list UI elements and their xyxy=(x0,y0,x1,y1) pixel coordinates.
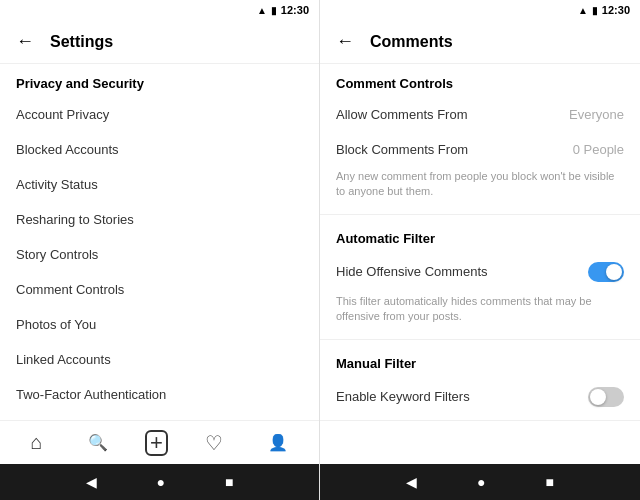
allow-comments-row[interactable]: Allow Comments From Everyone xyxy=(320,97,640,132)
right-signal-icon: ▲ xyxy=(578,5,588,16)
battery-icon: ▮ xyxy=(271,5,277,16)
right-bottom-nav xyxy=(320,420,640,464)
menu-item-photos-of-you[interactable]: Photos of You xyxy=(0,307,319,342)
left-header: ← Settings xyxy=(0,20,319,64)
android-navigation-bar: ◀ ● ■ xyxy=(0,464,319,500)
menu-item-comment-controls[interactable]: Comment Controls xyxy=(0,272,319,307)
section-header-comment-controls: Comment Controls xyxy=(320,64,640,97)
time-display: 12:30 xyxy=(281,4,309,16)
nav-heart-icon[interactable]: ♡ xyxy=(197,427,231,459)
allow-comments-label: Allow Comments From xyxy=(336,107,467,122)
right-android-back-button[interactable]: ◀ xyxy=(406,474,417,490)
status-icons: ▲ ▮ 12:30 xyxy=(257,4,309,16)
right-header: ← Comments xyxy=(320,20,640,64)
right-content: Comment Controls Allow Comments From Eve… xyxy=(320,64,640,420)
toggle-thumb-off xyxy=(590,389,606,405)
menu-item-resharing[interactable]: Resharing to Stories xyxy=(0,202,319,237)
allow-comments-value: Everyone xyxy=(569,107,624,122)
android-home-button[interactable]: ● xyxy=(157,474,165,490)
hide-offensive-label: Hide Offensive Comments xyxy=(336,264,488,279)
keyword-filters-row[interactable]: Enable Keyword Filters xyxy=(320,377,640,417)
nav-search-icon[interactable]: 🔍 xyxy=(80,429,116,456)
right-status-bar: ▲ ▮ 12:30 xyxy=(320,0,640,20)
right-android-navigation-bar: ◀ ● ■ xyxy=(320,464,640,500)
section-header-auto-filter: Automatic Filter xyxy=(320,219,640,252)
block-comments-label: Block Comments From xyxy=(336,142,468,157)
nav-profile-icon[interactable]: 👤 xyxy=(260,429,296,456)
block-comments-row[interactable]: Block Comments From 0 People xyxy=(320,132,640,167)
android-recent-button[interactable]: ■ xyxy=(225,474,233,490)
hide-offensive-toggle[interactable] xyxy=(588,262,624,282)
back-button[interactable]: ← xyxy=(16,31,34,52)
bottom-navigation: ⌂ 🔍 + ♡ 👤 xyxy=(0,420,319,464)
menu-list: Privacy and Security Account Privacy Blo… xyxy=(0,64,319,420)
divider-1 xyxy=(320,214,640,215)
block-comments-value: 0 People xyxy=(573,142,624,157)
left-panel: ▲ ▮ 12:30 ← Settings Privacy and Securit… xyxy=(0,0,320,500)
section-header-privacy: Privacy and Security xyxy=(0,64,319,97)
android-back-button[interactable]: ◀ xyxy=(86,474,97,490)
section-header-manual-filter: Manual Filter xyxy=(320,344,640,377)
right-back-button[interactable]: ← xyxy=(336,31,354,52)
toggle-thumb-on xyxy=(606,264,622,280)
menu-item-activity-status[interactable]: Activity Status xyxy=(0,167,319,202)
right-time-display: 12:30 xyxy=(602,4,630,16)
left-status-bar: ▲ ▮ 12:30 xyxy=(0,0,319,20)
keyword-filters-toggle[interactable] xyxy=(588,387,624,407)
right-page-title: Comments xyxy=(370,33,453,51)
right-panel: ▲ ▮ 12:30 ← Comments Comment Controls Al… xyxy=(320,0,640,500)
nav-home-icon[interactable]: ⌂ xyxy=(23,427,51,458)
block-comments-description: Any new comment from people you block wo… xyxy=(320,167,640,210)
menu-item-two-factor[interactable]: Two-Factor Authentication xyxy=(0,377,319,412)
divider-2 xyxy=(320,339,640,340)
hide-offensive-description: This filter automatically hides comments… xyxy=(320,292,640,335)
page-title: Settings xyxy=(50,33,113,51)
right-android-recent-button[interactable]: ■ xyxy=(546,474,554,490)
menu-item-contact-syncing[interactable]: Contact Syncing xyxy=(0,412,319,420)
menu-item-linked-accounts[interactable]: Linked Accounts xyxy=(0,342,319,377)
right-android-home-button[interactable]: ● xyxy=(477,474,485,490)
menu-item-blocked-accounts[interactable]: Blocked Accounts xyxy=(0,132,319,167)
right-battery-icon: ▮ xyxy=(592,5,598,16)
keyword-filters-label: Enable Keyword Filters xyxy=(336,389,470,404)
hide-offensive-row[interactable]: Hide Offensive Comments xyxy=(320,252,640,292)
signal-icon: ▲ xyxy=(257,5,267,16)
menu-item-account-privacy[interactable]: Account Privacy xyxy=(0,97,319,132)
nav-add-icon[interactable]: + xyxy=(145,430,168,456)
menu-item-story-controls[interactable]: Story Controls xyxy=(0,237,319,272)
right-status-icons: ▲ ▮ 12:30 xyxy=(578,4,630,16)
